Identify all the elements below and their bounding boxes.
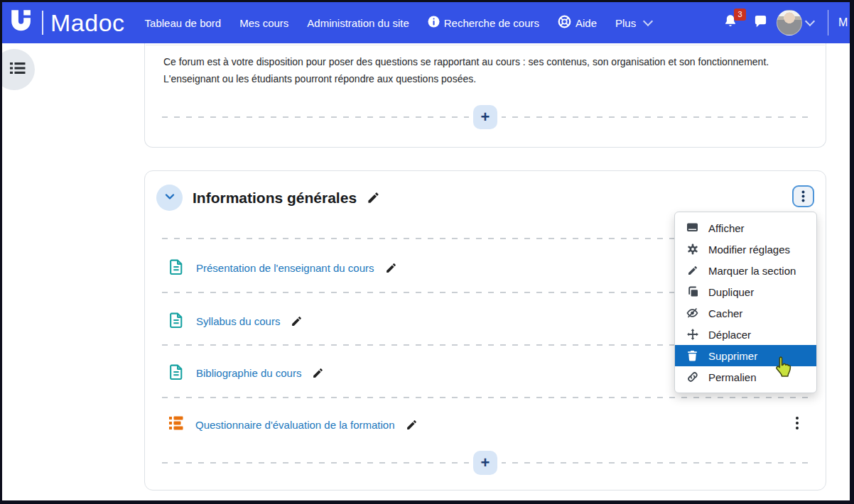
info-icon	[428, 16, 440, 30]
menu-item-marquer-section[interactable]: Marquer la section	[675, 260, 816, 281]
activity-row: Bibliographie du cours	[168, 362, 324, 383]
edit-activity-pencil-icon[interactable]	[385, 262, 397, 274]
edit-activity-pencil-icon[interactable]	[291, 315, 303, 327]
edit-activity-pencil-icon[interactable]	[406, 419, 418, 431]
add-activity-button[interactable]: +	[473, 451, 497, 475]
nav-my-courses[interactable]: Mes cours	[232, 11, 296, 35]
gear-icon	[686, 243, 698, 255]
brand-separator	[42, 11, 43, 35]
move-icon	[686, 329, 698, 340]
trash-icon	[686, 350, 698, 361]
edit-mode-cut-label: M	[838, 16, 850, 29]
chat-icon	[753, 14, 768, 32]
menu-item-supprimer[interactable]: Supprimer	[675, 345, 816, 366]
feedback-icon	[168, 415, 185, 434]
notification-count-badge: 3	[734, 9, 746, 21]
activity-link[interactable]: Syllabus du cours	[196, 315, 280, 327]
page-icon	[168, 311, 185, 332]
menu-item-permalien[interactable]: Permalien	[675, 366, 816, 388]
menu-item-modifier-reglages[interactable]: Modifier réglages	[675, 239, 816, 260]
lifering-icon	[558, 15, 571, 31]
avatar[interactable]	[777, 10, 802, 35]
navbar-divider	[828, 10, 828, 35]
list-icon	[10, 61, 26, 78]
link-icon	[686, 371, 698, 383]
activity-divider	[146, 45, 825, 45]
display-icon	[686, 223, 698, 234]
menu-item-cacher[interactable]: Cacher	[675, 302, 816, 324]
site-name[interactable]: Madoc	[50, 9, 125, 37]
add-activity-row: +	[162, 105, 809, 129]
user-menu[interactable]	[777, 9, 818, 36]
activity-menu-button[interactable]	[796, 417, 799, 429]
section-title: Informations générales	[193, 190, 357, 207]
course-index-toggle[interactable]	[0, 49, 35, 90]
activity-row: Présentation de l'enseignant du cours	[168, 257, 397, 278]
nav-dashboard[interactable]: Tableau de bord	[138, 11, 229, 35]
top-navbar: Madoc Tableau de bord Mes cours Administ…	[2, 2, 850, 43]
navbar-right: 3 M	[717, 9, 850, 36]
nav-course-search[interactable]: Recherche de cours	[421, 10, 546, 35]
menu-item-afficher[interactable]: Afficher	[675, 217, 816, 239]
nav-site-administration[interactable]: Administration du site	[300, 11, 416, 35]
nav-more[interactable]: Plus	[608, 11, 663, 35]
section-menu-button[interactable]	[792, 185, 814, 207]
chevron-down-icon	[805, 16, 815, 26]
page-icon	[168, 363, 185, 383]
primary-navigation: Tableau de bord Mes cours Administration…	[138, 9, 664, 36]
dashed-divider	[162, 397, 809, 398]
messages-button[interactable]	[747, 9, 774, 36]
chevron-down-icon	[164, 191, 175, 205]
section-context-menu: Afficher Modifier réglages	[674, 212, 817, 393]
nav-help[interactable]: Aide	[551, 9, 604, 36]
add-activity-row: +	[162, 451, 809, 475]
activity-row: Syllabus du cours	[168, 310, 303, 332]
university-logo-icon	[11, 9, 35, 36]
app-window: Madoc Tableau de bord Mes cours Administ…	[0, 0, 854, 504]
activity-row: Questionnaire d'évaluation de la formati…	[168, 414, 418, 435]
notifications-button[interactable]: 3	[717, 9, 744, 36]
chevron-down-icon	[643, 16, 653, 26]
activity-link[interactable]: Présentation de l'enseignant du cours	[196, 262, 374, 274]
brand[interactable]: Madoc	[2, 9, 138, 37]
copy-icon	[686, 286, 698, 297]
collapse-section-button[interactable]	[156, 185, 183, 211]
activity-link[interactable]: Bibliographie du cours	[196, 367, 301, 379]
highlight-icon	[686, 265, 698, 276]
forum-description: Ce forum est à votre disposition pour po…	[163, 53, 797, 87]
eye-slash-icon	[686, 307, 698, 319]
section-header: Informations générales	[156, 185, 380, 211]
add-activity-button[interactable]: +	[473, 105, 497, 129]
menu-item-dupliquer[interactable]: Dupliquer	[675, 281, 816, 302]
edit-section-title-pencil-icon[interactable]	[367, 191, 380, 204]
edit-activity-pencil-icon[interactable]	[312, 367, 324, 379]
page-icon	[168, 258, 185, 278]
menu-item-deplacer[interactable]: Déplacer	[675, 324, 816, 345]
activity-link[interactable]: Questionnaire d'évaluation de la formati…	[195, 419, 395, 431]
